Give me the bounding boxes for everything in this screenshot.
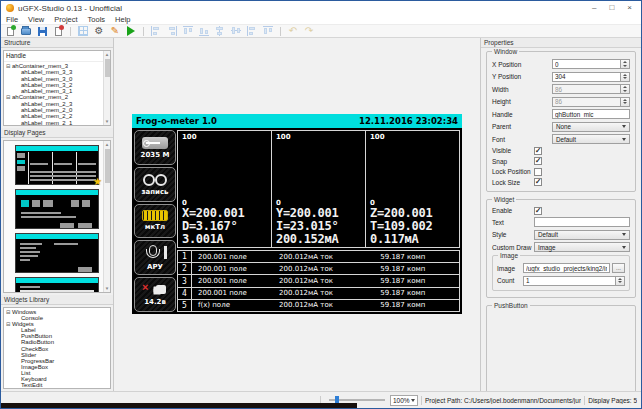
display-side-button[interactable]: 14.2в bbox=[134, 277, 176, 312]
y-position-input[interactable] bbox=[552, 72, 621, 82]
count-spinner[interactable] bbox=[616, 276, 625, 286]
measurement-column[interactable]: 100 0 Z=200.001 T=109.002 0.117мА bbox=[366, 131, 459, 247]
design-canvas[interactable]: Frog-o-meter 1.0 12.11.2016 23:02:34 203… bbox=[114, 38, 480, 391]
active-page-star-icon: ★ bbox=[93, 176, 102, 187]
thumbnail-titlebar bbox=[16, 146, 98, 151]
chevron-down-icon bbox=[622, 246, 626, 249]
maximize-button[interactable]: □ bbox=[609, 3, 614, 13]
visible-checkbox[interactable]: ✓ bbox=[534, 147, 542, 155]
side-button-label: запись bbox=[141, 188, 168, 196]
window-property-group: Window X Position Y Position Width Heigh… bbox=[486, 51, 636, 192]
display-side-button[interactable]: 2035 M bbox=[134, 130, 176, 165]
run-button[interactable] bbox=[125, 26, 137, 37]
thumbnail-titlebar bbox=[16, 190, 98, 195]
align-bottom-icon bbox=[199, 26, 209, 36]
custom-draw-dropdown[interactable]: Image bbox=[534, 242, 630, 252]
align-bottom-button[interactable] bbox=[198, 26, 210, 37]
lock-position-checkbox[interactable] bbox=[534, 168, 542, 176]
menu-item[interactable]: View bbox=[23, 15, 49, 24]
display-pages-scrollbar[interactable]: ▲▼ bbox=[103, 141, 110, 292]
menu-item[interactable]: Help bbox=[110, 15, 135, 24]
grid-toggle-button[interactable] bbox=[77, 26, 89, 37]
settings-button[interactable]: ⚙ bbox=[93, 26, 105, 37]
window-title: uGFX-Studio 0.13 - Unofficial bbox=[18, 4, 122, 13]
align-left-button[interactable] bbox=[150, 26, 162, 37]
table-row[interactable]: 2 200.001 поле 200.012мА ток 59.187 комп bbox=[178, 263, 459, 275]
thumbnail-titlebar bbox=[16, 234, 98, 239]
enable-checkbox[interactable]: ✓ bbox=[534, 207, 542, 215]
edit-button[interactable]: ✎ bbox=[109, 26, 121, 37]
menu-item[interactable]: Tools bbox=[83, 15, 111, 24]
measurement-table[interactable]: 1 200.001 поле 200.012мА ток 59.187 комп… bbox=[177, 250, 460, 312]
measurement-value: 3.001A bbox=[182, 233, 267, 246]
display-page-thumbnail-3[interactable] bbox=[15, 233, 99, 273]
redo-button[interactable]: ↷ bbox=[303, 26, 315, 37]
new-file-icon bbox=[7, 27, 14, 36]
table-row[interactable]: 5 f(x) поле 200.012мА ток 59.187 комп bbox=[178, 300, 459, 311]
save-project-button[interactable] bbox=[36, 26, 48, 37]
x-position-spinner[interactable] bbox=[621, 59, 630, 69]
close-project-button[interactable] bbox=[52, 26, 64, 37]
text-input[interactable] bbox=[534, 217, 630, 227]
project-path-label: Project Path: C:/Users/joel.bodenmann/Do… bbox=[425, 397, 581, 404]
display-page-thumbnail-4[interactable] bbox=[15, 277, 99, 293]
undo-button[interactable]: ↶ bbox=[287, 26, 299, 37]
table-row[interactable]: 4 200.001 поле 200.012мА ток 59.187 комп bbox=[178, 288, 459, 300]
display-page-thumbnail-1[interactable]: ★ bbox=[15, 145, 99, 185]
widgets-tree-item[interactable]: ⊟ Containers bbox=[6, 388, 108, 389]
table-row[interactable]: 3 200.001 поле 200.012мА ток 59.187 комп bbox=[178, 275, 459, 287]
display-pages-panel-header: Display Pages bbox=[1, 128, 113, 138]
browse-button[interactable]: ... bbox=[612, 263, 625, 273]
font-dropdown[interactable]: Default bbox=[552, 134, 630, 144]
zoom-level-dropdown[interactable]: 100% bbox=[390, 395, 418, 406]
display-side-button[interactable]: запись bbox=[134, 167, 176, 202]
close-button[interactable]: × bbox=[627, 3, 632, 13]
chevron-down-icon bbox=[622, 233, 626, 236]
menu-item[interactable]: Project bbox=[49, 15, 82, 24]
handle-input[interactable] bbox=[552, 109, 630, 119]
distribute-horizontal-icon bbox=[247, 26, 257, 36]
x-position-input[interactable] bbox=[552, 59, 621, 69]
center-horizontal-button[interactable] bbox=[214, 26, 226, 37]
align-right-button[interactable] bbox=[166, 26, 178, 37]
row-cell: 200.012мА ток bbox=[279, 263, 380, 274]
side-button-label: 14.2в bbox=[144, 298, 166, 306]
menu-item[interactable]: File bbox=[1, 15, 23, 24]
measurement-column[interactable]: 100 0 X=200.001 D=3.167° 3.001A bbox=[178, 131, 272, 247]
display-titlebar[interactable]: Frog-o-meter 1.0 12.11.2016 23:02:34 bbox=[132, 114, 462, 128]
parent-dropdown[interactable]: None bbox=[552, 122, 630, 132]
style-dropdown[interactable]: Default bbox=[534, 230, 630, 240]
column-max-label: 100 bbox=[370, 133, 455, 141]
lock-size-checkbox[interactable]: ✓ bbox=[534, 178, 542, 186]
plug-icon bbox=[141, 283, 169, 296]
center-vertical-icon bbox=[231, 26, 241, 36]
display-side-button[interactable]: мкТл bbox=[134, 204, 176, 239]
minimize-button[interactable]: – bbox=[592, 3, 596, 13]
tree-expander-icon[interactable]: ⊟ bbox=[6, 388, 12, 389]
display-pages-count-label: Display Pages: 5 bbox=[588, 397, 637, 404]
display-page-thumbnail-2[interactable] bbox=[15, 189, 99, 229]
new-project-button[interactable] bbox=[4, 26, 16, 37]
distribute-vertical-button[interactable] bbox=[262, 26, 274, 37]
row-cell: 59.187 комп bbox=[380, 288, 459, 299]
measurement-value: 200.152мА bbox=[276, 233, 361, 246]
open-project-button[interactable] bbox=[20, 26, 32, 37]
y-position-spinner[interactable] bbox=[621, 72, 630, 82]
snap-checkbox[interactable]: ✓ bbox=[534, 157, 542, 165]
redo-icon: ↷ bbox=[305, 26, 313, 36]
table-row[interactable]: 1 200.001 поле 200.012мА ток 59.187 комп bbox=[178, 251, 459, 263]
measurement-column[interactable]: 100 0 Y=200.001 I=23.015° 200.152мА bbox=[272, 131, 366, 247]
zoom-slider[interactable] bbox=[329, 399, 385, 401]
row-number: 5 bbox=[178, 300, 192, 311]
center-vertical-button[interactable] bbox=[230, 26, 242, 37]
image-path-input[interactable] bbox=[523, 263, 610, 273]
play-icon bbox=[127, 26, 135, 36]
distribute-horizontal-button[interactable] bbox=[246, 26, 258, 37]
structure-scrollbar[interactable]: ▲▼ bbox=[103, 51, 110, 125]
count-input[interactable] bbox=[523, 276, 616, 286]
tree-item-label: Containers bbox=[12, 388, 41, 389]
tape-icon bbox=[141, 173, 169, 186]
align-top-button[interactable] bbox=[182, 26, 194, 37]
display-mockup[interactable]: Frog-o-meter 1.0 12.11.2016 23:02:34 203… bbox=[132, 114, 462, 314]
display-side-button[interactable]: АРУ bbox=[134, 240, 176, 275]
